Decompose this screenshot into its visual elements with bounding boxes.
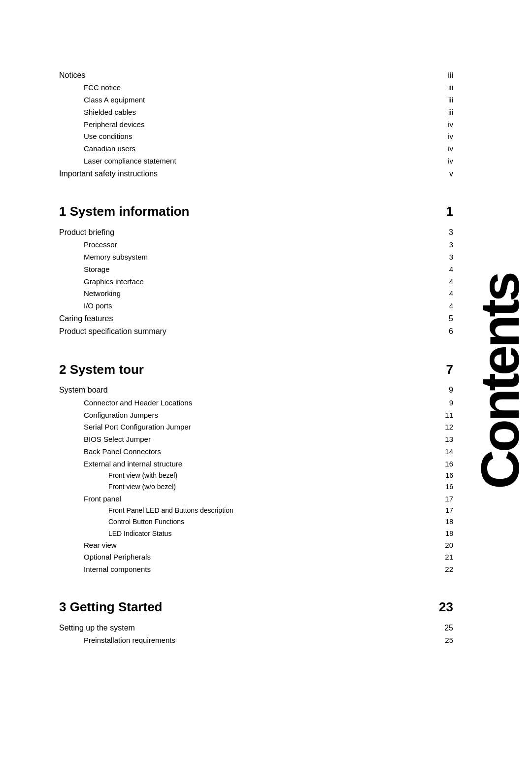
toc-entry-page: 20: [429, 539, 453, 552]
toc-entry-page: 5: [429, 312, 453, 325]
toc-entry-page: iv: [429, 155, 453, 167]
toc-entry: Front view (with bezel)16: [59, 470, 453, 481]
toc-entry-text: Shielded cables: [59, 106, 429, 119]
toc-entry: 1 System information1: [59, 201, 453, 222]
toc-entry-page: 25: [429, 634, 453, 647]
toc-entry: Laser compliance statementiv: [59, 155, 453, 167]
toc-entry-page: iv: [429, 119, 453, 131]
toc-entry-page: 17: [429, 505, 453, 516]
toc-entry-page: 16: [429, 481, 453, 493]
toc-entry-page: 4: [429, 264, 453, 276]
toc-entry-text: Important safety instructions: [59, 167, 429, 180]
toc-entry-text: Preinstallation requirements: [59, 634, 429, 647]
toc-entry-text: Front view (with bezel): [59, 470, 429, 481]
toc-entry-page: iii: [429, 82, 453, 94]
toc-entry: Class A equipmentiii: [59, 94, 453, 106]
toc-entry: Front panel17: [59, 493, 453, 505]
toc-entry-page: 1: [429, 201, 453, 222]
toc-entry: Control Button Functions18: [59, 516, 453, 528]
toc-entry-text: Configuration Jumpers: [59, 409, 429, 422]
toc-entry: Front Panel LED and Buttons description1…: [59, 505, 453, 516]
toc-entry-text: Use conditions: [59, 131, 429, 143]
toc-entry-text: System board: [59, 384, 429, 397]
toc-entry: Caring features5: [59, 312, 453, 325]
toc-entry: Product specification summary6: [59, 325, 453, 338]
toc-entry-page: 6: [429, 325, 453, 338]
toc-entry-text: 2 System tour: [59, 359, 429, 380]
toc-entry-page: 9: [429, 384, 453, 397]
toc-entry-page: 4: [429, 288, 453, 300]
toc-entry: System board9: [59, 384, 453, 397]
toc-entry-text: 3 Getting Started: [59, 597, 429, 618]
contents-title: Contents: [473, 274, 527, 489]
toc-entry-text: FCC notice: [59, 82, 429, 94]
toc-entry-page: 14: [429, 446, 453, 458]
toc-entry-page: 4: [429, 276, 453, 288]
toc-entry-text: Storage: [59, 264, 429, 276]
toc-entry: Use conditionsiv: [59, 131, 453, 143]
toc-entry-page: 3: [429, 251, 453, 264]
toc-entry-text: External and internal structure: [59, 458, 429, 470]
toc-entry-page: 4: [429, 300, 453, 312]
toc-area: NoticesiiiFCC noticeiiiClass A equipment…: [59, 39, 453, 647]
toc-entry-text: Connector and Header Locations: [59, 397, 429, 409]
toc-entry: Rear view20: [59, 539, 453, 552]
toc-entry-page: 3: [429, 226, 453, 239]
toc-entry-page: 13: [429, 433, 453, 446]
toc-entry-page: 7: [429, 359, 453, 380]
toc-entry-page: 16: [429, 470, 453, 481]
toc-entry: Processor3: [59, 239, 453, 251]
toc-entry: Storage4: [59, 264, 453, 276]
toc-entry-text: BIOS Select Jumper: [59, 433, 429, 446]
toc-entry-text: Class A equipment: [59, 94, 429, 106]
toc-entry-page: 25: [429, 622, 453, 634]
toc-entry-page: iv: [429, 131, 453, 143]
toc-entry: Networking4: [59, 288, 453, 300]
toc-entry-text: Back Panel Connectors: [59, 446, 429, 458]
toc-entry-page: iii: [429, 94, 453, 106]
toc-entry-text: Front Panel LED and Buttons description: [59, 505, 429, 516]
toc-entry-text: Front view (w/o bezel): [59, 481, 429, 493]
toc-entry-page: 11: [429, 409, 453, 422]
toc-entry: Internal components22: [59, 564, 453, 576]
toc-entry-text: Serial Port Configuration Jumper: [59, 421, 429, 433]
toc-entry-text: Processor: [59, 239, 429, 251]
toc-entry: Connector and Header Locations9: [59, 397, 453, 409]
toc-entry-page: 22: [429, 564, 453, 576]
toc-entry-text: Internal components: [59, 564, 429, 576]
toc-entry-text: LED Indicator Status: [59, 528, 429, 539]
toc-entry: Memory subsystem3: [59, 251, 453, 264]
toc-entry-page: 9: [429, 397, 453, 409]
toc-entry: BIOS Select Jumper13: [59, 433, 453, 446]
toc-entry: 3 Getting Started23: [59, 597, 453, 618]
toc-entry-text: Networking: [59, 288, 429, 300]
toc-entry-text: I/O ports: [59, 300, 429, 312]
toc-entry: Setting up the system25: [59, 622, 453, 634]
toc-entry-text: Canadian users: [59, 143, 429, 155]
toc-entry-page: 23: [429, 597, 453, 618]
toc-entry-text: Memory subsystem: [59, 251, 429, 264]
toc-entry-text: Setting up the system: [59, 622, 429, 634]
toc-entry: Graphics interface4: [59, 276, 453, 288]
toc-entry: Canadian usersiv: [59, 143, 453, 155]
toc-entry: Preinstallation requirements25: [59, 634, 453, 647]
toc-entry: Peripheral devicesiv: [59, 119, 453, 131]
toc-entry-text: Control Button Functions: [59, 516, 429, 528]
toc-entry: Serial Port Configuration Jumper12: [59, 421, 453, 433]
page-container: Contents NoticesiiiFCC noticeiiiClass A …: [0, 0, 532, 763]
toc-entry-text: Rear view: [59, 539, 429, 552]
toc-entry-page: 18: [429, 516, 453, 528]
toc-entry: Optional Peripherals21: [59, 551, 453, 564]
toc-entry: 2 System tour7: [59, 359, 453, 380]
toc-entry-page: 16: [429, 458, 453, 470]
toc-entry: Front view (w/o bezel)16: [59, 481, 453, 493]
toc-entry-page: 21: [429, 551, 453, 564]
toc-entry-text: Product specification summary: [59, 325, 429, 338]
toc-entry-text: Product briefing: [59, 226, 429, 239]
toc-entry: Important safety instructionsv: [59, 167, 453, 180]
toc-entry-text: Graphics interface: [59, 276, 429, 288]
toc-entry: Shielded cablesiii: [59, 106, 453, 119]
toc-entry-page: iv: [429, 143, 453, 155]
toc-entry-text: Caring features: [59, 312, 429, 325]
toc-entry-text: Peripheral devices: [59, 119, 429, 131]
